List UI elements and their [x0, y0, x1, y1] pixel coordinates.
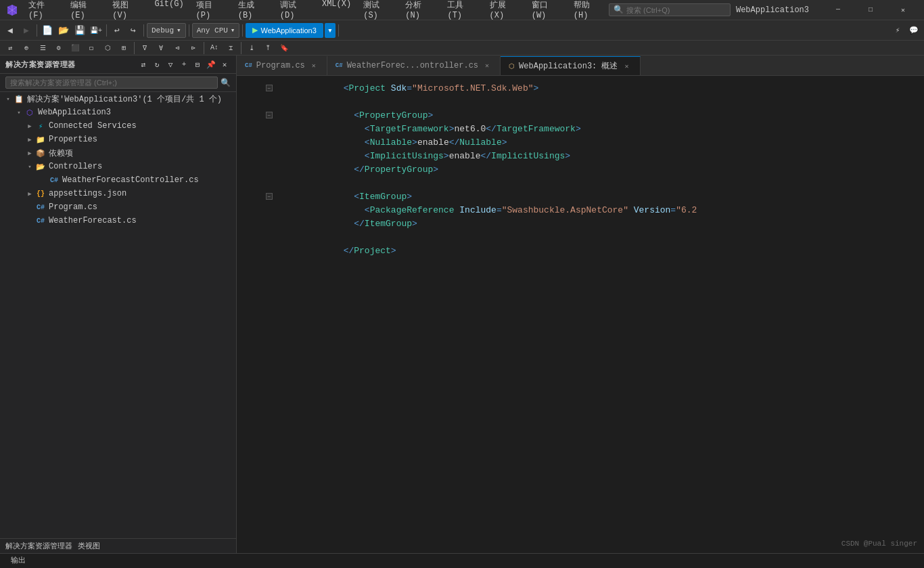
toolbar2-btn16[interactable]: ⤒ [260, 41, 275, 56]
sidebar-header: 解决方案资源管理器 ⇄ ↻ ▽ + ⊟ 📌 ✕ [0, 56, 236, 74]
toolbar2-btn3[interactable]: ☰ [35, 41, 50, 56]
toolbar2-btn13[interactable]: A↕ [207, 41, 222, 56]
menu-view[interactable]: 视图(V) [107, 0, 147, 22]
output-tab[interactable]: 输出 [5, 554, 31, 568]
menu-build[interactable]: 生成(B) [233, 0, 273, 22]
toolbar-sep-1 [37, 24, 37, 37]
tab-weatherforecast-controller[interactable]: C# WeatherForec...ontroller.cs ✕ [327, 56, 501, 75]
menu-project[interactable]: 项目(P) [191, 0, 231, 22]
solution-root[interactable]: ▾ 📋 解决方案'WebApplication3'(1 个项目/共 1 个) [0, 92, 236, 106]
minimize-button[interactable]: ─ [823, 0, 854, 20]
appsettings-expand[interactable]: ▶ [24, 188, 35, 199]
code-editor[interactable]: − <Project Sdk="Microsoft.NET.Sdk.Web"> [237, 76, 924, 553]
fold-gutter-3[interactable]: − [264, 112, 275, 118]
overview-tab-close[interactable]: ✕ [622, 62, 632, 71]
menu-edit[interactable]: 编辑(E) [65, 0, 106, 22]
solution-expand-icon[interactable]: ▾ [3, 93, 14, 104]
menu-analyze[interactable]: 分析(N) [400, 0, 440, 22]
toolbar2-btn15[interactable]: ⤓ [244, 41, 259, 56]
toolbar2-btn12[interactable]: ⊳ [186, 41, 201, 56]
toolbar2-btn1[interactable]: ⇄ [3, 41, 18, 56]
footer-class-view[interactable]: 类视图 [78, 541, 100, 551]
forward-button[interactable]: ▶ [19, 23, 34, 38]
collapse-all-button[interactable]: ⊟ [191, 58, 204, 70]
menu-file[interactable]: 文件(F) [23, 0, 64, 22]
feedback-icon[interactable]: 💬 [906, 23, 921, 38]
toolbar2-btn17[interactable]: 🔖 [277, 41, 292, 56]
menu-git[interactable]: Git(G) [149, 0, 189, 22]
sidebar-item-controllers[interactable]: ▾ 📂 Controllers [0, 160, 236, 173]
sidebar-item-properties[interactable]: ▶ 📁 Properties [0, 133, 236, 146]
toolbar2-btn6[interactable]: ◻ [84, 41, 99, 56]
toolbar2-btn10[interactable]: ∀ [154, 41, 168, 56]
controllers-expand[interactable]: ▾ [24, 161, 35, 172]
editor-area: C# Program.cs ✕ C# WeatherForec...ontrol… [237, 56, 924, 553]
toolbar2-btn5[interactable]: ⬛ [68, 41, 83, 56]
menu-window[interactable]: 窗口(W) [526, 0, 567, 22]
tab-webapplication3-overview[interactable]: ⬡ WebApplication3: 概述 ✕ [501, 56, 640, 75]
close-sidebar-button[interactable]: ✕ [218, 58, 231, 70]
menu-xml[interactable]: XML(X) [317, 0, 356, 22]
back-button[interactable]: ◀ [3, 23, 18, 38]
title-search-input[interactable] [626, 6, 721, 14]
new-project-icon[interactable]: 📄 [40, 23, 55, 38]
fold-gutter-1[interactable]: − [264, 85, 275, 91]
redo-icon[interactable]: ↪ [126, 23, 141, 38]
pin-button[interactable]: 📌 [205, 58, 217, 70]
menu-help[interactable]: 帮助(H) [568, 0, 609, 22]
menu-extensions[interactable]: 扩展(X) [484, 0, 525, 22]
open-icon[interactable]: 📂 [56, 23, 71, 38]
title-search-box[interactable]: 🔍 [609, 3, 731, 16]
menu-tools[interactable]: 工具(T) [442, 0, 482, 22]
wfc-tab-close[interactable]: ✕ [482, 61, 492, 70]
fold-btn-3[interactable]: − [266, 112, 273, 118]
toolbar2-btn7[interactable]: ⬡ [100, 41, 115, 56]
run-dropdown-arrow[interactable]: ▾ [325, 23, 336, 38]
undo-icon[interactable]: ↩ [110, 23, 124, 38]
toolbar2-btn14[interactable]: ⌶ [223, 41, 238, 56]
project-expand-icon[interactable]: ▾ [14, 107, 24, 118]
wf-expand: ▶ [24, 215, 35, 226]
program-cs-tab-close[interactable]: ✕ [309, 61, 319, 70]
toolbar2-btn8[interactable]: ⊞ [116, 41, 131, 56]
footer-solution-explorer[interactable]: 解决方案资源管理器 [5, 541, 72, 551]
new-solution-button[interactable]: + [178, 58, 190, 70]
sidebar-item-dependencies[interactable]: ▶ 📦 依赖项 [0, 146, 236, 160]
run-button[interactable]: ▶ WebApplication3 [246, 23, 323, 38]
tb2-sep2 [204, 42, 204, 54]
sidebar-item-program[interactable]: ▶ C# Program.cs [0, 200, 236, 214]
save-icon[interactable]: 💾 [72, 23, 87, 38]
toolbar2-btn2[interactable]: ⊕ [19, 41, 34, 56]
sidebar-item-appsettings[interactable]: ▶ {} appsettings.json [0, 187, 236, 200]
filter-button[interactable]: ▽ [164, 58, 177, 70]
platform-dropdown[interactable]: Any CPU ▾ [192, 23, 240, 38]
sidebar-item-connected-services[interactable]: ▶ ⚡ Connected Services [0, 119, 236, 133]
toolbar2-btn11[interactable]: ⊲ [170, 41, 185, 56]
code-line-7: </PropertyGroup> [237, 162, 924, 176]
sidebar-item-weatherforecast-controller[interactable]: ▶ C# WeatherForecastController.cs [0, 173, 236, 187]
sidebar-item-weatherforecast[interactable]: ▶ C# WeatherForecast.cs [0, 214, 236, 227]
menu-bar: 文件(F) 编辑(E) 视图(V) Git(G) 项目(P) 生成(B) 调试(… [23, 0, 609, 22]
save-all-icon[interactable]: 💾+ [89, 23, 103, 38]
dependencies-expand[interactable]: ▶ [24, 148, 35, 158]
fold-btn-1[interactable]: − [266, 85, 273, 91]
live-share-icon[interactable]: ⚡ [890, 23, 905, 38]
refresh-button[interactable]: ↻ [151, 58, 163, 70]
properties-label: Properties [49, 135, 97, 144]
properties-expand[interactable]: ▶ [24, 134, 35, 145]
menu-debug[interactable]: 调试(D) [275, 0, 315, 22]
toolbar2-btn4[interactable]: ⚙ [51, 41, 66, 56]
toolbar2-btn9[interactable]: ∇ [137, 41, 152, 56]
project-root[interactable]: ▾ ⬡ WebApplication3 [0, 106, 236, 119]
close-button[interactable]: ✕ [887, 0, 919, 20]
fold-btn-9[interactable]: − [266, 193, 273, 200]
menu-test[interactable]: 测试(S) [358, 0, 398, 22]
tab-program-cs[interactable]: C# Program.cs ✕ [237, 56, 327, 75]
fold-gutter-9[interactable]: − [264, 193, 275, 200]
sidebar-search-bar[interactable]: 🔍 [0, 74, 236, 92]
sidebar-search-input[interactable] [5, 77, 218, 89]
maximize-button[interactable]: □ [855, 0, 886, 20]
sync-button[interactable]: ⇄ [137, 58, 149, 70]
debug-config-dropdown[interactable]: Debug ▾ [147, 23, 186, 38]
connected-services-expand[interactable]: ▶ [24, 121, 35, 131]
